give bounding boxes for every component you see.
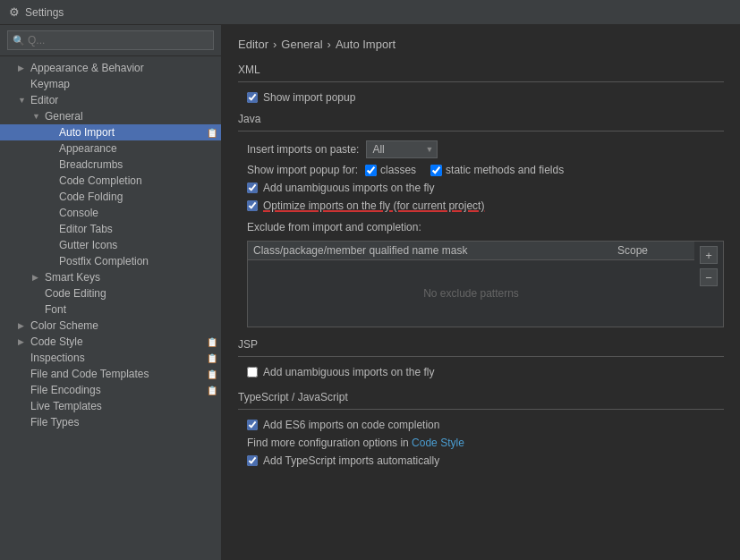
- ts-add-typescript-checkbox[interactable]: [247, 455, 258, 466]
- sidebar-item-label: Code Style: [30, 335, 83, 348]
- sidebar-item-label: Appearance: [59, 142, 117, 155]
- search-box-wrap: 🔍: [0, 25, 221, 56]
- add-unambiguous-checkbox[interactable]: [247, 182, 258, 193]
- sidebar-item-live-templates[interactable]: Live Templates: [0, 398, 221, 414]
- exclude-add-button[interactable]: +: [700, 246, 718, 264]
- sidebar-item-console[interactable]: Console: [0, 205, 221, 221]
- nav-tree: ▶ Appearance & Behavior Keymap ▼ Editor …: [0, 56, 221, 560]
- ts-find-more-text: Find more configuration options in: [247, 437, 412, 449]
- xml-section-header: XML: [238, 64, 724, 76]
- breadcrumb-part2: General: [281, 38, 322, 51]
- optimize-imports-label: Optimize imports on the fly (for current…: [263, 199, 484, 212]
- ts-add-es6-row: Add ES6 imports on code completion: [238, 419, 724, 431]
- exclude-empty-text: No exclude patterns: [248, 260, 694, 327]
- ts-add-es6-checkbox[interactable]: [247, 420, 258, 430]
- sidebar-item-code-folding[interactable]: Code Folding: [0, 189, 221, 205]
- exclude-table: Class/package/member qualified name mask…: [247, 241, 724, 327]
- title-bar: ⚙ Settings: [0, 0, 740, 25]
- sidebar-item-editor[interactable]: ▼ Editor: [0, 92, 221, 108]
- exclude-table-body: No exclude patterns: [248, 260, 694, 327]
- jsp-section-header: JSP: [238, 338, 724, 351]
- sidebar-item-label: Code Editing: [45, 287, 106, 300]
- classes-checkbox[interactable]: [365, 165, 377, 176]
- sidebar-item-file-types[interactable]: File Types: [0, 414, 221, 430]
- exclude-table-inner: Class/package/member qualified name mask…: [248, 242, 723, 327]
- xml-show-import-checkbox[interactable]: [247, 92, 258, 103]
- sidebar-item-label: Editor Tabs: [59, 223, 113, 235]
- exclude-header: Exclude from import and completion:: [238, 221, 724, 233]
- exclude-remove-button[interactable]: −: [700, 268, 718, 286]
- ts-add-typescript-row: Add TypeScript imports automatically: [238, 454, 724, 467]
- optimize-imports-row: Optimize imports on the fly (for current…: [238, 199, 724, 212]
- title-bar-text: Settings: [25, 6, 64, 19]
- ts-add-es6-label: Add ES6 imports on code completion: [263, 419, 439, 431]
- sidebar-item-label: Code Folding: [59, 191, 123, 203]
- jsp-add-unambiguous-checkbox[interactable]: [247, 367, 258, 378]
- static-methods-checkbox[interactable]: [430, 165, 442, 176]
- sidebar-item-color-scheme[interactable]: ▶ Color Scheme: [0, 318, 221, 334]
- sidebar: 🔍 ▶ Appearance & Behavior Keymap ▼ Edito…: [0, 25, 222, 560]
- breadcrumb-part3: Auto Import: [336, 38, 396, 51]
- sidebar-item-breadcrumbs[interactable]: Breadcrumbs: [0, 157, 221, 173]
- xml-divider: [238, 81, 724, 82]
- sidebar-item-font[interactable]: Font: [0, 301, 221, 318]
- sidebar-item-appearance[interactable]: Appearance: [0, 140, 221, 157]
- static-methods-check-group: static methods and fields: [430, 164, 564, 176]
- exclude-col-scope: Scope: [617, 244, 689, 257]
- sidebar-item-label: Smart Keys: [45, 271, 100, 284]
- classes-check-group: classes: [365, 164, 416, 176]
- sidebar-item-label: File Encodings: [30, 384, 101, 396]
- optimize-imports-checkbox[interactable]: [247, 200, 258, 211]
- jsp-divider: [238, 356, 724, 357]
- add-unambiguous-row: Add unambiguous imports on the fly: [238, 182, 724, 194]
- sidebar-badge: 📋: [207, 337, 217, 347]
- breadcrumb-part1: Editor: [238, 38, 268, 51]
- breadcrumb: Editor › General › Auto Import: [238, 38, 724, 51]
- sidebar-item-code-completion[interactable]: Code Completion: [0, 173, 221, 189]
- sidebar-item-code-style[interactable]: ▶ Code Style 📋: [0, 334, 221, 350]
- insert-imports-select[interactable]: All Ask None: [366, 140, 438, 158]
- sidebar-item-label: Console: [59, 207, 98, 219]
- sidebar-item-code-editing[interactable]: Code Editing: [0, 285, 221, 301]
- insert-imports-select-wrap: All Ask None ▼: [366, 140, 438, 158]
- arrow-icon: ▶: [18, 337, 27, 346]
- sidebar-item-inspections[interactable]: Inspections 📋: [0, 350, 221, 366]
- java-divider: [238, 131, 724, 132]
- sidebar-item-editor-tabs[interactable]: Editor Tabs: [0, 221, 221, 237]
- sidebar-item-gutter-icons[interactable]: Gutter Icons: [0, 237, 221, 253]
- insert-imports-row: Insert imports on paste: All Ask None ▼: [238, 140, 724, 158]
- sidebar-item-general[interactable]: ▼ General: [0, 108, 221, 124]
- sidebar-item-postfix-completion[interactable]: Postfix Completion: [0, 253, 221, 269]
- breadcrumb-sep2: ›: [327, 38, 331, 51]
- sidebar-item-file-encodings[interactable]: File Encodings 📋: [0, 382, 221, 398]
- exclude-col-name: Class/package/member qualified name mask: [253, 244, 617, 257]
- sidebar-badge: 📋: [207, 369, 217, 379]
- sidebar-item-label: Gutter Icons: [59, 239, 117, 251]
- sidebar-item-label: Keymap: [30, 78, 70, 90]
- sidebar-item-label: Live Templates: [30, 400, 102, 412]
- sidebar-item-label: Breadcrumbs: [59, 158, 123, 171]
- sidebar-item-label: Color Scheme: [30, 319, 98, 332]
- settings-icon: ⚙: [9, 5, 20, 19]
- sidebar-item-label: Postfix Completion: [59, 255, 149, 267]
- sidebar-item-auto-import[interactable]: Auto Import 📋: [0, 124, 221, 140]
- show-import-popup-row: Show import popup for: classes static me…: [238, 164, 724, 176]
- ts-find-more-row: Find more configuration options in Code …: [238, 437, 724, 449]
- sidebar-item-file-code-templates[interactable]: File and Code Templates 📋: [0, 366, 221, 382]
- sidebar-badge: 📋: [207, 353, 217, 363]
- arrow-icon: ▶: [32, 273, 41, 282]
- sidebar-item-smart-keys[interactable]: ▶ Smart Keys: [0, 269, 221, 285]
- main-container: 🔍 ▶ Appearance & Behavior Keymap ▼ Edito…: [0, 25, 740, 560]
- ts-divider: [238, 409, 724, 410]
- sidebar-item-label: Code Completion: [59, 174, 142, 187]
- sidebar-badge: 📋: [207, 128, 217, 138]
- exclude-table-main: Class/package/member qualified name mask…: [248, 242, 694, 327]
- sidebar-item-label: Auto Import: [59, 126, 115, 139]
- content-panel: Editor › General › Auto Import XML Show …: [222, 25, 740, 560]
- xml-show-import-popup-row: Show import popup: [238, 91, 724, 104]
- search-input[interactable]: [7, 30, 214, 50]
- sidebar-item-keymap[interactable]: Keymap: [0, 76, 221, 92]
- sidebar-item-label: File Types: [30, 416, 79, 428]
- ts-code-style-link[interactable]: Code Style: [412, 437, 464, 449]
- sidebar-item-appearance-behavior[interactable]: ▶ Appearance & Behavior: [0, 60, 221, 76]
